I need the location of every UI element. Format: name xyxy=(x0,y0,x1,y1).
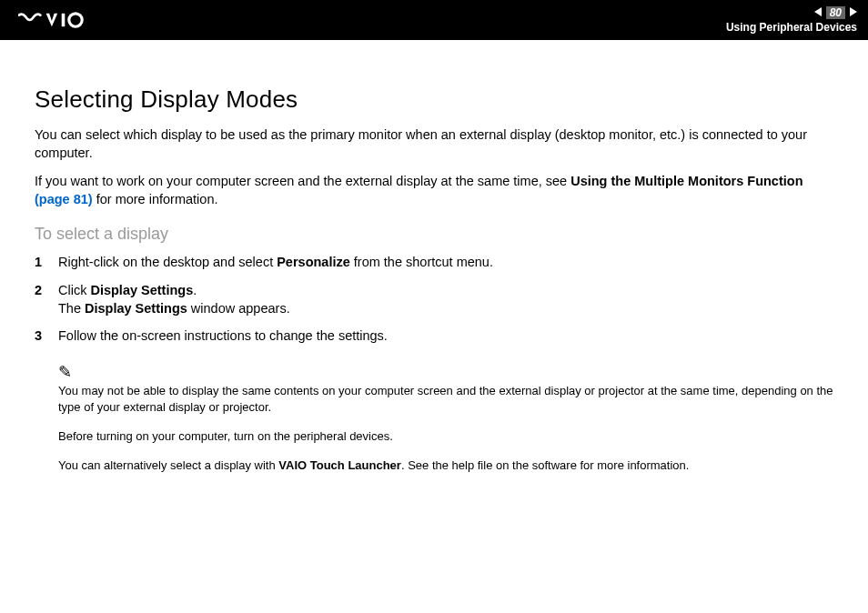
page-link-81[interactable]: (page 81) xyxy=(35,192,93,206)
step-text: Click Display Settings.The Display Setti… xyxy=(58,281,290,318)
svg-marker-3 xyxy=(814,7,822,16)
step-text-span: window appears. xyxy=(187,301,290,316)
note-icon: ✎ xyxy=(58,361,833,384)
step-text-span: from the shortcut menu. xyxy=(350,255,493,269)
note3-post: . See the help file on the software for … xyxy=(401,458,690,472)
step-text: Right-click on the desktop and select Pe… xyxy=(58,253,493,271)
note3-bold: VAIO Touch Launcher xyxy=(278,458,401,472)
step-text-span: The xyxy=(58,301,85,316)
para2-pre: If you want to work on your computer scr… xyxy=(35,174,570,188)
step-row: 3Follow the on-screen instructions to ch… xyxy=(35,327,833,345)
svg-point-2 xyxy=(69,14,82,26)
step-text: Follow the on-screen instructions to cha… xyxy=(58,327,388,345)
step-text-bold: Personalize xyxy=(277,255,350,269)
note-block: ✎ You may not be able to display the sam… xyxy=(58,361,833,474)
page-nav: 80 xyxy=(814,6,857,19)
note-3: You can alternatively select a display w… xyxy=(58,457,833,474)
para2-post: for more information. xyxy=(93,192,218,206)
vaio-logo xyxy=(18,9,100,31)
next-page-arrow[interactable] xyxy=(848,6,857,19)
step-text-span: Right-click on the desktop and select xyxy=(58,255,277,269)
svg-marker-4 xyxy=(850,7,857,16)
section-title: Using Peripheral Devices xyxy=(726,21,857,34)
step-row: 2Click Display Settings.The Display Sett… xyxy=(35,281,833,318)
step-text-bold: Display Settings xyxy=(90,283,193,297)
note-2: Before turning on your computer, turn on… xyxy=(58,428,833,445)
step-number: 2 xyxy=(35,281,58,318)
step-text-span: Click xyxy=(58,283,90,297)
header-bar: 80 Using Peripheral Devices xyxy=(0,0,868,40)
note3-pre: You can alternatively select a display w… xyxy=(58,458,278,472)
page-content: Selecting Display Modes You can select w… xyxy=(0,40,868,474)
page-number: 80 xyxy=(826,6,845,19)
prev-page-arrow[interactable] xyxy=(814,6,823,19)
step-number: 3 xyxy=(35,327,58,345)
step-text-span: Follow the on-screen instructions to cha… xyxy=(58,328,388,343)
paragraph-1: You can select which display to be used … xyxy=(35,126,833,162)
para2-bold: Using the Multiple Monitors Function xyxy=(570,174,802,188)
step-number: 1 xyxy=(35,253,58,271)
note-1: You may not be able to display the same … xyxy=(58,383,833,416)
svg-marker-0 xyxy=(46,14,58,26)
step-text-bold: Display Settings xyxy=(85,301,187,316)
steps-list: 1Right-click on the desktop and select P… xyxy=(35,253,833,345)
paragraph-2: If you want to work on your computer scr… xyxy=(35,173,833,208)
header-right: 80 Using Peripheral Devices xyxy=(726,6,857,34)
svg-rect-1 xyxy=(62,14,66,26)
step-text-span: . xyxy=(193,283,197,297)
page-title: Selecting Display Modes xyxy=(35,85,833,114)
subheading: To select a display xyxy=(35,225,833,244)
step-row: 1Right-click on the desktop and select P… xyxy=(35,253,833,271)
